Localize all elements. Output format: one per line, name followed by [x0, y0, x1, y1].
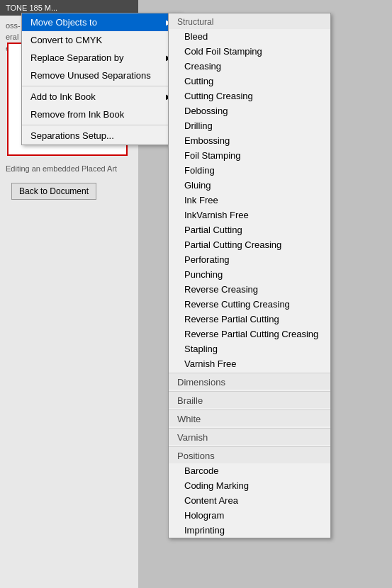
- submenu-item-reverse-partial-cutting-creasing[interactable]: Reverse Partial Cutting Creasing: [169, 327, 330, 341]
- back-btn-container[interactable]: Back to Document: [6, 177, 102, 205]
- submenu-section-dimensions[interactable]: Dimensions: [169, 373, 330, 390]
- submenu-item-cutting-creasing[interactable]: Cutting Creasing: [169, 89, 330, 103]
- menu-separator: [22, 86, 180, 86]
- submenu-item-stapling[interactable]: Stapling: [169, 341, 330, 356]
- submenu-item-partial-cutting-creasing[interactable]: Partial Cutting Creasing: [169, 237, 330, 252]
- submenu-item-creasing[interactable]: Creasing: [169, 59, 330, 74]
- submenu-item-cold-foil-stamping[interactable]: Cold Foil Stamping: [169, 44, 330, 59]
- menu-item-label: Add to Ink Book: [30, 91, 96, 102]
- submenu-section-braille[interactable]: Braille: [169, 391, 330, 408]
- menu-item-label: Separations Setup...: [30, 130, 114, 141]
- menu-item-separations-setup[interactable]: Separations Setup...: [22, 127, 180, 145]
- submenu-item-reverse-partial-cutting[interactable]: Reverse Partial Cutting: [169, 312, 330, 327]
- submenu-item-reverse-cutting-creasing[interactable]: Reverse Cutting Creasing: [169, 297, 330, 312]
- top-bar-title: TONE 185 M...: [6, 4, 57, 12]
- menu-item-move-objects-to[interactable]: Move Objects to▶: [22, 13, 180, 31]
- submenu-item-inkvarnish-free[interactable]: InkVarnish Free: [169, 208, 330, 222]
- menu-item-label: Replace Separation by: [30, 52, 124, 63]
- submenu-item-embossing[interactable]: Embossing: [169, 133, 330, 148]
- submenu-item-ink-free[interactable]: Ink Free: [169, 193, 330, 208]
- menu-item-remove-from-ink-book[interactable]: Remove from Ink Book: [22, 106, 180, 123]
- menu-item-label: Remove from Ink Book: [30, 109, 124, 120]
- submenu-section-positions: Positions: [169, 446, 330, 463]
- submenu-section-varnish[interactable]: Varnish: [169, 428, 330, 445]
- submenu-item-punching[interactable]: Punching: [169, 267, 330, 282]
- menu-separator: [22, 125, 180, 125]
- menu-item-replace-separation-by[interactable]: Replace Separation by▶: [22, 49, 180, 67]
- submenu-item-foil-stamping[interactable]: Foil Stamping: [169, 148, 330, 163]
- submenu-section-white[interactable]: White: [169, 409, 330, 426]
- submenu-right[interactable]: StructuralBleedCold Foil StampingCreasin…: [168, 13, 331, 538]
- editing-text: Editing an embedded Placed Art: [6, 163, 117, 174]
- submenu-item-content-area[interactable]: Content Area: [169, 493, 330, 508]
- submenu-item-coding-marking[interactable]: Coding Marking: [169, 478, 330, 493]
- submenu-item-imprinting[interactable]: Imprinting: [169, 523, 330, 538]
- submenu-item-bleed[interactable]: Bleed: [169, 29, 330, 44]
- submenu-item-gluing[interactable]: Gluing: [169, 178, 330, 193]
- submenu-item-folding[interactable]: Folding: [169, 163, 330, 178]
- menu-item-label: Move Objects to: [30, 17, 97, 28]
- menu-item-add-to-ink-book[interactable]: Add to Ink Book▶: [22, 88, 180, 106]
- submenu-item-reverse-creasing[interactable]: Reverse Creasing: [169, 282, 330, 297]
- submenu-item-cutting[interactable]: Cutting: [169, 74, 330, 89]
- submenu-item-hologram[interactable]: Hologram: [169, 508, 330, 523]
- menu-item-label: Convert to CMYK: [30, 35, 102, 45]
- submenu-item-varnish-free[interactable]: Varnish Free: [169, 356, 330, 371]
- submenu-item-barcode[interactable]: Barcode: [169, 463, 330, 478]
- submenu-item-drilling[interactable]: Drilling: [169, 118, 330, 133]
- back-to-document-button[interactable]: Back to Document: [11, 183, 96, 200]
- submenu-item-perforating[interactable]: Perforating: [169, 252, 330, 267]
- menu-item-convert-to-cmyk[interactable]: Convert to CMYK: [22, 31, 180, 49]
- menu-item-remove-unused-separations[interactable]: Remove Unused Separations: [22, 67, 180, 84]
- submenu-item-partial-cutting[interactable]: Partial Cutting: [169, 222, 330, 237]
- submenu-item-debossing[interactable]: Debossing: [169, 103, 330, 118]
- context-menu-left[interactable]: Move Objects to▶Convert to CMYKReplace S…: [21, 13, 181, 145]
- submenu-section-structural: Structural: [169, 13, 330, 29]
- menu-item-label: Remove Unused Separations: [30, 70, 151, 81]
